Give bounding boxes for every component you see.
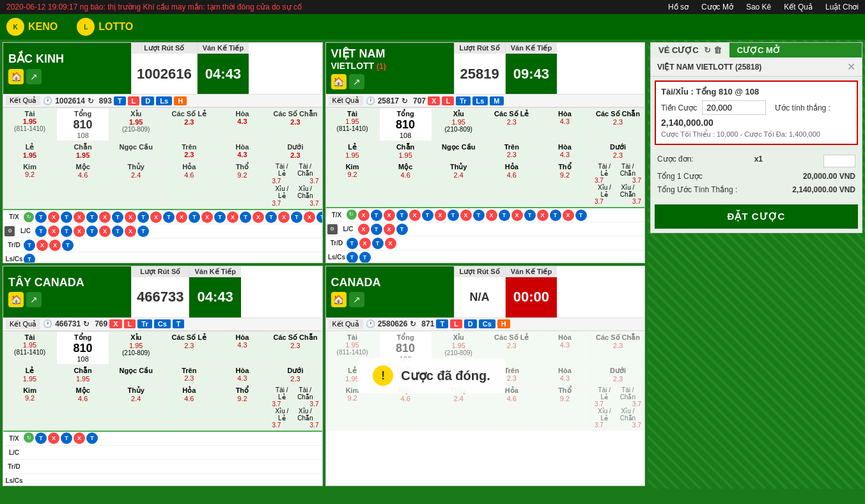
vn-kim[interactable]: Kim 9.2 [326, 161, 379, 207]
tc-hoa3[interactable]: Hỏa 4.6 [162, 385, 215, 431]
refresh-icon[interactable]: ↻ [88, 96, 94, 105]
tc-kim[interactable]: Kim 9.2 [3, 385, 56, 431]
vn-refresh-icon[interactable]: ↻ [401, 96, 408, 105]
vn-lc3[interactable]: X [384, 224, 395, 235]
ve-cuoc-tab[interactable]: VÉ CƯỢC ↻ 🗑 [651, 43, 729, 57]
c9[interactable]: T [137, 211, 149, 223]
vn-c10[interactable]: T [473, 210, 485, 221]
c20[interactable]: X [278, 211, 290, 223]
viet-nam-home-icon[interactable]: 🏠 [331, 74, 347, 89]
vn-trd1[interactable]: T [347, 238, 358, 249]
cac-so-le-cell[interactable]: Các Số Lẻ 2.3 [162, 108, 215, 141]
settings-icon[interactable]: ⚙ [4, 226, 15, 236]
vn-c13[interactable]: X [511, 210, 523, 221]
nav-cuoc-mo[interactable]: Cược Mở [701, 3, 733, 11]
nav-ho-so[interactable]: Hồ sơ [668, 3, 689, 11]
bac-kinh-home-icon[interactable]: 🏠 [8, 69, 24, 84]
tien-cuoc-input[interactable] [702, 100, 766, 115]
vn-trd2[interactable]: X [359, 238, 371, 249]
tc-tai-le[interactable]: Tài / Lẻ [272, 386, 292, 401]
tho-cell[interactable]: Thổ 9.2 [215, 161, 269, 209]
vn-c5[interactable]: X [409, 210, 421, 221]
tc-c3[interactable]: T [61, 432, 72, 444]
vn-tai-chan[interactable]: Tài / Chẵn [614, 163, 641, 177]
vn-c2[interactable]: T [371, 210, 382, 221]
c16[interactable]: X [227, 211, 238, 223]
vn-lc2[interactable]: T [371, 224, 382, 235]
vn-c15[interactable]: X [537, 210, 549, 221]
lscs1[interactable]: T [24, 254, 35, 263]
vn-lc1[interactable]: X [358, 224, 370, 235]
le-cell[interactable]: Lẻ 1.95 [3, 141, 56, 161]
vn-c14[interactable]: T [524, 210, 536, 221]
tc-csl[interactable]: Các Số Lẻ 2.3 [162, 332, 215, 365]
nav-luat-choi[interactable]: Luật Chơi [825, 3, 859, 11]
tren-cell[interactable]: Trên 2.3 [162, 141, 215, 161]
tc-tren[interactable]: Trên 2.3 [162, 365, 215, 385]
nav-ket-qua[interactable]: Kết Quả [784, 3, 813, 11]
hoa-cell[interactable]: Hòa 4.3 [215, 108, 269, 141]
trd4[interactable]: T [62, 240, 74, 251]
tc-chan[interactable]: Chẵn 1.95 [56, 365, 109, 385]
vn-cac-so-le[interactable]: Các Số Lẻ 2.3 [485, 108, 538, 141]
vn-trd3[interactable]: T [372, 238, 384, 249]
tc-tho[interactable]: Thổ 9.2 [215, 385, 269, 431]
viet-nam-expand-icon[interactable]: ↗ [349, 74, 364, 89]
c5[interactable]: T [86, 211, 98, 223]
canada-home-icon[interactable]: 🏠 [331, 292, 347, 307]
vn-refresh-small[interactable]: ↻ [347, 210, 357, 220]
vn-c12[interactable]: T [499, 210, 510, 221]
lc3[interactable]: T [61, 225, 72, 237]
tc-xiu-chan[interactable]: Xỉu / Chẵn [292, 408, 318, 422]
lc2[interactable]: X [48, 225, 59, 237]
trd3[interactable]: X [49, 240, 61, 251]
vn-xiu-le[interactable]: Xỉu / Lẻ [595, 184, 614, 198]
tc-refresh-icon[interactable]: ↻ [83, 319, 90, 328]
trd2[interactable]: X [36, 240, 48, 251]
cuoc-mo-tab[interactable]: CƯỢC MỞ [729, 43, 788, 57]
refresh-icon-panel[interactable]: ↻ [704, 45, 711, 55]
vn-c8[interactable]: T [448, 210, 459, 221]
c4[interactable]: X [74, 211, 85, 223]
xiu-cell[interactable]: Xỉu 1.95 (210-809) [109, 108, 162, 141]
trd1[interactable]: T [24, 240, 35, 251]
vn-le[interactable]: Lẻ 1.95 [326, 141, 379, 161]
thuy-cell[interactable]: Thủy 2.4 [109, 161, 162, 209]
tc-le[interactable]: Lẻ 1.95 [3, 365, 56, 385]
ngoc-cau-cell[interactable]: Ngọc Cầu [109, 141, 162, 161]
vn-c1[interactable]: X [358, 210, 370, 221]
c7[interactable]: T [112, 211, 123, 223]
bac-kinh-expand-icon[interactable]: ↗ [26, 69, 42, 84]
duoi-cell[interactable]: Dưới 2.3 [269, 141, 322, 161]
vn-c4[interactable]: T [396, 210, 408, 221]
vn-c16[interactable]: T [550, 210, 561, 221]
close-panel-button[interactable]: ✕ [847, 61, 855, 73]
c6[interactable]: X [99, 211, 111, 223]
vn-c11[interactable]: X [486, 210, 497, 221]
tc-c2[interactable]: X [48, 432, 59, 444]
lc1[interactable]: T [35, 225, 47, 237]
vn-xiu-cell[interactable]: Xỉu 1.95 (210-809) [432, 108, 485, 141]
c22[interactable]: X [304, 211, 315, 223]
vn-chan[interactable]: Chẵn 1.95 [379, 141, 432, 161]
c12[interactable]: X [176, 211, 187, 223]
lc8[interactable]: X [125, 225, 136, 237]
c3[interactable]: T [61, 211, 72, 223]
cuoc-don-input[interactable] [823, 155, 855, 167]
vn-hoa2[interactable]: Hòa 4.3 [538, 141, 591, 161]
lc9[interactable]: T [137, 225, 149, 237]
tc-hoa2[interactable]: Hòa 4.3 [215, 365, 269, 385]
lotto-tab[interactable]: L LOTTO [77, 18, 133, 36]
vn-xiu-chan[interactable]: Xỉu / Chẵn [614, 184, 641, 198]
tc-moc[interactable]: Mộc 4.6 [56, 385, 109, 431]
c17[interactable]: T [240, 211, 251, 223]
vn-settings-icon[interactable]: ⚙ [327, 224, 338, 234]
vn-c17[interactable]: X [563, 210, 574, 221]
lc7[interactable]: T [112, 225, 123, 237]
vn-cac-so-chan[interactable]: Các Số Chẵn 2.3 [591, 108, 644, 141]
tc-ngoc[interactable]: Ngọc Cầu [109, 365, 162, 385]
vn-tren[interactable]: Trên 2.3 [485, 141, 538, 161]
tc-thuy[interactable]: Thủy 2.4 [109, 385, 162, 431]
chan-cell[interactable]: Chẵn 1.95 [56, 141, 109, 161]
tc-duoi[interactable]: Dưới 2.3 [269, 365, 322, 385]
